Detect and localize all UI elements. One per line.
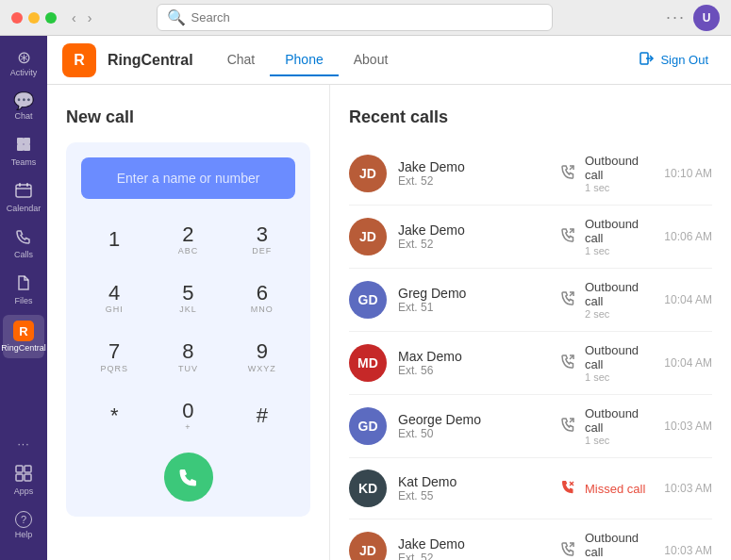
content-area: New call 1 2 ABC 3 — [47, 85, 731, 560]
call-type-info: Outbound call 2 sec — [560, 280, 653, 320]
caller-name: Jake Demo — [398, 536, 549, 552]
sidebar-item-calls[interactable]: Calls — [3, 222, 44, 265]
dial-key-star[interactable]: * — [81, 390, 147, 441]
recent-calls-section: Recent calls JD Jake Demo Ext. 52 Outbou… — [330, 85, 731, 560]
dial-key-5[interactable]: 5 JKL — [155, 272, 221, 323]
app-header: R RingCentral Chat Phone About Sign Out — [47, 36, 731, 85]
ringcentral-icon: R — [13, 321, 34, 341]
sidebar-item-calendar[interactable]: Calendar — [3, 176, 44, 219]
minimize-button[interactable] — [28, 12, 40, 24]
dial-key-6[interactable]: 6 MNO — [229, 272, 295, 323]
sidebar-label-apps: Apps — [14, 486, 34, 496]
caller-name: George Demo — [398, 412, 549, 427]
missed-call-icon — [560, 478, 577, 499]
caller-ext: Ext. 52 — [398, 238, 549, 251]
dialpad-grid: 1 2 ABC 3 DEF 4 GHI — [81, 214, 295, 441]
close-button[interactable] — [11, 12, 23, 24]
tab-about[interactable]: About — [339, 44, 404, 76]
search-icon: 🔍 — [167, 8, 186, 26]
teams-icon — [15, 136, 32, 156]
chat-icon: 💬 — [13, 92, 34, 109]
call-type-info: Outbound call 1 sec — [560, 531, 653, 560]
search-input[interactable] — [191, 10, 542, 25]
caller-name: Max Demo — [398, 349, 549, 364]
call-duration: 1 sec — [585, 245, 653, 256]
sidebar-label-calls: Calls — [14, 250, 33, 259]
call-list: JD Jake Demo Ext. 52 Outbound call 1 sec… — [349, 142, 712, 560]
more-options-button[interactable]: ··· — [666, 8, 686, 27]
call-duration: 2 sec — [585, 308, 653, 320]
dial-key-2[interactable]: 2 ABC — [155, 214, 221, 265]
sign-out-label: Sign Out — [660, 53, 708, 67]
dial-key-hash[interactable]: # — [229, 390, 295, 441]
outbound-call-icon — [560, 226, 577, 247]
call-item-7[interactable]: JD Jake Demo Ext. 52 Outbound call 1 sec… — [349, 519, 712, 560]
dial-key-4[interactable]: 4 GHI — [81, 272, 147, 323]
call-item-2[interactable]: JD Jake Demo Ext. 52 Outbound call 1 sec… — [349, 206, 712, 269]
dial-key-1[interactable]: 1 — [81, 214, 147, 265]
new-call-title: New call — [66, 107, 310, 127]
new-call-section: New call 1 2 ABC 3 — [47, 85, 330, 560]
caller-info: Greg Demo Ext. 51 — [398, 286, 549, 314]
maximize-button[interactable] — [45, 12, 57, 24]
forward-button[interactable]: › — [84, 8, 96, 27]
call-time: 10:04 AM — [664, 356, 712, 370]
caller-ext: Ext. 52 — [398, 174, 549, 188]
phone-input[interactable] — [81, 157, 295, 199]
sidebar-label-teams: Teams — [11, 157, 37, 167]
sidebar-item-more[interactable]: ··· — [3, 433, 44, 455]
call-type-info: Outbound call 1 sec — [560, 154, 653, 193]
sidebar-label-chat: Chat — [14, 111, 32, 121]
sidebar-item-teams[interactable]: Teams — [3, 130, 44, 173]
call-item-1[interactable]: JD Jake Demo Ext. 52 Outbound call 1 sec… — [349, 142, 712, 206]
sidebar-item-apps[interactable]: Apps — [3, 459, 44, 502]
call-duration: 1 sec — [585, 371, 653, 383]
sidebar-item-help[interactable]: ? Help — [3, 505, 44, 545]
caller-name: Jake Demo — [398, 222, 549, 238]
call-type-label: Outbound call — [585, 343, 653, 371]
call-item-6[interactable]: KD Kat Demo Ext. 55 Missed call 10:03 AM — [349, 458, 712, 519]
caller-ext: Ext. 50 — [398, 427, 549, 440]
call-button[interactable] — [164, 453, 213, 502]
sidebar-item-activity[interactable]: ⊛ Activity — [3, 43, 44, 83]
call-type-label: Outbound call — [585, 531, 653, 559]
dial-key-9[interactable]: 9 WXYZ — [229, 331, 295, 382]
nav-arrows: ‹ › — [68, 8, 95, 27]
call-type-label: Outbound call — [585, 217, 653, 245]
search-bar[interactable]: 🔍 — [157, 4, 553, 31]
svg-rect-11 — [25, 474, 31, 481]
outbound-call-icon — [560, 540, 577, 560]
user-avatar[interactable]: U — [693, 5, 720, 31]
outbound-call-icon — [560, 289, 577, 310]
caller-name: Jake Demo — [398, 159, 549, 174]
sidebar-label-activity: Activity — [10, 68, 38, 77]
caller-ext: Ext. 52 — [398, 552, 549, 560]
help-icon: ? — [15, 511, 32, 528]
caller-info: Jake Demo Ext. 52 — [398, 159, 549, 188]
back-button[interactable]: ‹ — [68, 8, 80, 27]
svg-rect-2 — [17, 144, 24, 151]
sign-out-button[interactable]: Sign Out — [632, 47, 716, 73]
outbound-call-icon — [560, 163, 577, 184]
dial-key-0[interactable]: 0 + — [155, 390, 221, 441]
svg-rect-4 — [16, 185, 31, 197]
tab-phone[interactable]: Phone — [270, 44, 338, 76]
caller-ext: Ext. 55 — [398, 489, 549, 502]
app-name: RingCentral — [108, 52, 193, 69]
call-duration: 1 sec — [585, 435, 653, 446]
call-time: 10:10 AM — [664, 167, 712, 180]
call-item-3[interactable]: GD Greg Demo Ext. 51 Outbound call 2 sec… — [349, 269, 712, 332]
dial-key-7[interactable]: 7 PQRS — [81, 331, 147, 382]
sidebar-item-files[interactable]: Files — [3, 269, 44, 311]
tab-chat[interactable]: Chat — [212, 44, 271, 76]
dial-key-8[interactable]: 8 TUV — [155, 331, 221, 382]
call-item-5[interactable]: GD George Demo Ext. 50 Outbound call 1 s… — [349, 395, 712, 458]
call-item-4[interactable]: MD Max Demo Ext. 56 Outbound call 1 sec … — [349, 332, 712, 395]
sidebar-item-ringcentral[interactable]: R RingCentral — [3, 315, 44, 358]
calls-icon — [15, 228, 32, 248]
caller-avatar: JD — [349, 155, 387, 192]
call-type-label: Outbound call — [585, 154, 653, 182]
sidebar-item-chat[interactable]: 💬 Chat — [3, 87, 44, 126]
svg-rect-10 — [16, 474, 23, 481]
dial-key-3[interactable]: 3 DEF — [229, 214, 295, 265]
